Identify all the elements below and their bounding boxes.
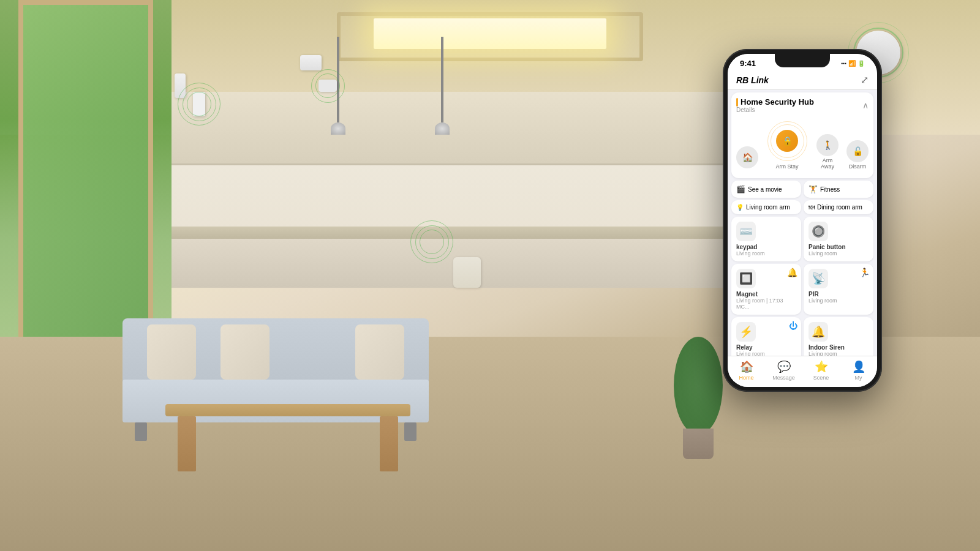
scene-row: 🎬 See a movie 🏋 Fitness bbox=[731, 181, 873, 198]
message-nav-icon: 💬 bbox=[777, 360, 791, 373]
arm-stay-icon: 🔒 bbox=[776, 130, 798, 152]
sofa-leg-1 bbox=[135, 422, 147, 441]
scene-fitness-label: Fitness bbox=[820, 186, 840, 193]
pendant-light-2 bbox=[441, 37, 443, 122]
magnet-name: Magnet bbox=[736, 291, 796, 298]
table-leg-1 bbox=[178, 416, 196, 471]
siren-icon-area: 🔔 bbox=[809, 322, 828, 342]
pir-alarm-badge: 🏃 bbox=[859, 268, 870, 277]
living-room-arm-label: Living room arm bbox=[746, 204, 790, 211]
fitness-icon: 🏋 bbox=[809, 185, 818, 193]
hub-collapse-icon[interactable]: ∧ bbox=[862, 100, 869, 110]
arm-away-label: Arm Away bbox=[816, 157, 839, 170]
disarm-button[interactable]: 🔓 Disarm bbox=[846, 140, 869, 170]
message-nav-label: Message bbox=[772, 375, 795, 381]
pir-location: Living room bbox=[809, 298, 869, 304]
scene-nav-label: Scene bbox=[813, 375, 829, 381]
pir-icon: 📡 bbox=[812, 272, 825, 285]
pir-icon-area: 📡 bbox=[809, 269, 828, 288]
living-room-arm-icon: 💡 bbox=[736, 204, 744, 211]
device-card-siren[interactable]: 🔔 Indoor Siren Living room bbox=[804, 317, 873, 356]
device-card-pir[interactable]: 🏃 📡 PIR Living room bbox=[804, 264, 873, 315]
signal-icon: ▪▪▪ bbox=[841, 61, 846, 66]
window-frame bbox=[18, 0, 153, 355]
dining-room-arm-icon: 🍽 bbox=[809, 204, 815, 211]
siren-location: Living room bbox=[809, 351, 869, 356]
arm-stay-pulse: 🔒 bbox=[766, 119, 809, 162]
scene-movie-button[interactable]: 🎬 See a movie bbox=[731, 181, 801, 198]
home-nav-icon: 🏠 bbox=[740, 360, 753, 373]
phone-notch bbox=[775, 54, 830, 67]
counter-device bbox=[453, 257, 481, 288]
status-time: 9:41 bbox=[740, 59, 756, 68]
my-nav-icon: 👤 bbox=[852, 360, 865, 373]
nav-my[interactable]: 👤 My bbox=[840, 360, 877, 381]
panic-name: Panic button bbox=[809, 244, 869, 250]
device-card-magnet[interactable]: 🔔 🔲 Magnet Living room | 17:03 MC... bbox=[731, 264, 801, 315]
keypad-name: keypad bbox=[736, 244, 796, 250]
hub-name: Home Security Hub bbox=[736, 97, 814, 107]
arm-away-icon: 🚶 bbox=[816, 134, 839, 156]
upper-cabinet bbox=[172, 92, 735, 165]
wifi-icon: 📶 bbox=[848, 60, 856, 67]
keypad-location: Living room bbox=[736, 250, 796, 257]
living-room-arm-button[interactable]: 💡 Living room arm bbox=[731, 200, 801, 214]
device-card-panic[interactable]: 🔘 Panic button Living room bbox=[804, 217, 873, 261]
app-header: RB Link ⤢ bbox=[728, 70, 877, 90]
ceiling-sensor bbox=[300, 58, 355, 113]
relay-location: Living room bbox=[736, 351, 796, 356]
relay-power-badge: ⏻ bbox=[789, 321, 797, 331]
phone-screen: 9:41 ▪▪▪ 📶 🔋 RB Link ⤢ Home Secur bbox=[728, 54, 877, 387]
keypad-icon: ⌨️ bbox=[739, 225, 753, 238]
panic-icon: 🔘 bbox=[812, 225, 825, 238]
floor-sensor bbox=[404, 214, 459, 269]
table-leg-2 bbox=[380, 416, 398, 471]
device-grid: ⌨️ keypad Living room 🔘 Panic button Liv… bbox=[731, 217, 873, 356]
status-icons: ▪▪▪ 📶 🔋 bbox=[841, 60, 865, 67]
relay-icon-area: ⚡ bbox=[736, 322, 756, 342]
siren-icon: 🔔 bbox=[812, 325, 825, 339]
disarmed-button[interactable]: 🏠 bbox=[736, 146, 758, 170]
nav-message[interactable]: 💬 Message bbox=[765, 360, 802, 381]
home-nav-label: Home bbox=[739, 375, 753, 381]
arm-away-button[interactable]: 🚶 Arm Away bbox=[816, 134, 839, 170]
ceiling-light bbox=[374, 18, 606, 49]
sofa-pillow-3 bbox=[355, 324, 404, 380]
hub-header: Home Security Hub Details ∧ bbox=[736, 97, 869, 113]
device-card-relay[interactable]: ⏻ ⚡ Relay Living room bbox=[731, 317, 801, 356]
app-title: RB Link bbox=[736, 75, 769, 85]
panic-icon-area: 🔘 bbox=[809, 222, 828, 241]
nav-home[interactable]: 🏠 Home bbox=[728, 360, 765, 381]
battery-icon: 🔋 bbox=[858, 60, 865, 67]
phone-wrapper: 9:41 ▪▪▪ 📶 🔋 RB Link ⤢ Home Secur bbox=[655, 49, 949, 551]
keypad-icon-area: ⌨️ bbox=[736, 222, 756, 241]
expand-icon[interactable]: ⤢ bbox=[861, 74, 869, 86]
scene-nav-icon: ⭐ bbox=[815, 360, 828, 373]
dining-room-arm-label: Dining room arm bbox=[817, 204, 862, 211]
disarm-label: Disarm bbox=[849, 163, 867, 170]
disarm-icon: 🔓 bbox=[846, 140, 869, 162]
nav-scene[interactable]: ⭐ Scene bbox=[802, 360, 840, 381]
device-card-keypad[interactable]: ⌨️ keypad Living room bbox=[731, 217, 801, 261]
phone-frame: 9:41 ▪▪▪ 📶 🔋 RB Link ⤢ Home Secur bbox=[723, 49, 882, 392]
dining-room-arm-button[interactable]: 🍽 Dining room arm bbox=[804, 200, 873, 214]
scene-fitness-button[interactable]: 🏋 Fitness bbox=[804, 181, 873, 198]
room-arm-row: 💡 Living room arm 🍽 Dining room arm bbox=[731, 200, 873, 214]
relay-name: Relay bbox=[736, 344, 796, 351]
magnet-location: Living room | 17:03 MC... bbox=[736, 298, 796, 310]
my-nav-label: My bbox=[855, 375, 862, 381]
magnet-alarm-badge: 🔔 bbox=[787, 268, 797, 277]
arm-stay-label: Arm Stay bbox=[775, 163, 798, 170]
sofa-pillow-2 bbox=[221, 324, 270, 380]
scroll-content[interactable]: Home Security Hub Details ∧ 🏠 bbox=[728, 90, 877, 356]
coffee-table-top bbox=[165, 404, 410, 416]
hub-details[interactable]: Details bbox=[736, 107, 814, 113]
sofa-pillow-1 bbox=[147, 324, 196, 380]
bottom-nav: 🏠 Home 💬 Message ⭐ Scene 👤 My bbox=[728, 356, 877, 387]
siren-name: Indoor Siren bbox=[809, 344, 869, 351]
arm-stay-button[interactable]: 🔒 Arm Stay bbox=[766, 119, 809, 170]
hub-section: Home Security Hub Details ∧ 🏠 bbox=[731, 92, 873, 178]
pir-name: PIR bbox=[809, 291, 869, 298]
relay-icon: ⚡ bbox=[739, 325, 753, 339]
panic-location: Living room bbox=[809, 250, 869, 257]
